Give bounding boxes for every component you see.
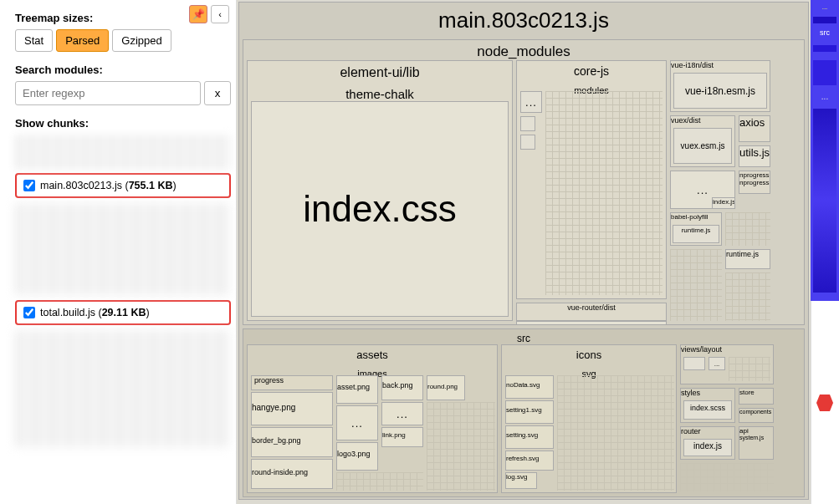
- nprogress-title: nprogress: [739, 171, 770, 179]
- search-input[interactable]: [15, 81, 201, 105]
- gzipped-button[interactable]: Gzipped: [112, 29, 171, 52]
- chunk-name-total: total.build.js (29.11 KB): [40, 307, 150, 318]
- asset-png-block[interactable]: asset.png: [336, 375, 378, 404]
- index-css-block[interactable]: index.css: [251, 101, 509, 317]
- dots-block2[interactable]: ...: [381, 402, 423, 425]
- progress-block[interactable]: progress: [251, 375, 333, 390]
- round-inside-png-block[interactable]: round-inside.png: [251, 459, 333, 489]
- setting1-svg-block[interactable]: setting1.svg: [505, 400, 554, 424]
- link-png-block[interactable]: link.png: [381, 427, 423, 447]
- axios-title: axios: [739, 116, 770, 129]
- chunk-item-main[interactable]: main.803c0213.js (755.1 KB): [15, 173, 231, 198]
- vue-router-esm-label: vue-router.esm.js: [550, 325, 633, 326]
- views-layout-block[interactable]: views/layout ...: [680, 344, 774, 384]
- tiny[interactable]: [683, 357, 705, 370]
- root-title: main.803c0213.js: [239, 3, 808, 38]
- back-png-block[interactable]: back.png: [381, 375, 423, 400]
- svg-grid: [557, 375, 674, 491]
- status-icon: [816, 395, 833, 411]
- border-bg-png-block[interactable]: border_bg.png: [251, 427, 333, 457]
- dots-block[interactable]: ...: [336, 405, 378, 440]
- src-grid: [680, 463, 774, 491]
- refresh-svg-block[interactable]: refresh.svg: [505, 451, 554, 471]
- vue-i18n-esm-block[interactable]: vue-i18n.esm.js: [673, 73, 767, 109]
- size-button-group: Stat Parsed Gzipped: [15, 29, 231, 52]
- vue-i18n-dist-title: vue-i18n/dist: [671, 61, 770, 69]
- minimap-dots2: ...: [811, 92, 839, 101]
- vuex-esm-label: vuex.esm.js: [681, 141, 725, 150]
- treemap-root[interactable]: main.803c0213.js node_modules element-ui…: [238, 2, 809, 500]
- components-block[interactable]: components: [739, 408, 774, 423]
- api-block[interactable]: api system.js: [739, 426, 774, 460]
- icons-title: icons: [502, 345, 676, 365]
- chunk-name-main: main.803c0213.js (755.1 KB): [40, 180, 176, 191]
- clear-search-button[interactable]: x: [204, 81, 231, 105]
- minimap-src-label: src: [811, 28, 839, 37]
- vue-router-esm-block[interactable]: vue-router.esm.js: [516, 321, 667, 325]
- redacted-area: [15, 135, 231, 170]
- runtime-js-block[interactable]: runtime.js: [673, 225, 719, 243]
- tiny-grid: [725, 272, 770, 321]
- babel-polyfill-block[interactable]: babel-polyfill runtime.js: [670, 212, 722, 246]
- treemap[interactable]: main.803c0213.js node_modules element-ui…: [237, 0, 811, 504]
- chunk-item-total[interactable]: total.build.js (29.11 KB): [15, 300, 231, 325]
- runtime-js-block2[interactable]: runtime.js: [725, 249, 770, 269]
- tiny-grid: [729, 357, 770, 381]
- core-js-block[interactable]: core-js modules ...: [516, 60, 667, 299]
- index-css-label: index.css: [303, 188, 456, 230]
- core-js-title: core-js: [517, 61, 666, 82]
- chunk-checkbox-main[interactable]: [23, 180, 35, 191]
- node-modules-block[interactable]: node_modules element-ui/lib theme-chalk …: [243, 39, 805, 325]
- runtime-js-title: runtime.js: [673, 226, 719, 235]
- icons-block[interactable]: icons svg noData.svg setting1.svg settin…: [501, 344, 677, 493]
- tiny-grid: [670, 249, 722, 321]
- minimap-top[interactable]: ... src ...: [811, 0, 839, 301]
- tiny-module[interactable]: [520, 135, 535, 150]
- asset-grid2: [336, 472, 423, 491]
- log-svg-block[interactable]: log.svg: [505, 472, 537, 489]
- router-block[interactable]: router index.js: [680, 426, 735, 460]
- pin-icon: 📌: [192, 8, 205, 20]
- utils-js-block[interactable]: utils.js: [739, 145, 770, 167]
- round-png-block[interactable]: round.png: [427, 375, 465, 400]
- vue-i18n-esm-label: vue-i18n.esm.js: [685, 85, 755, 97]
- pin-button[interactable]: 📌: [189, 5, 207, 23]
- setting-svg-block[interactable]: setting.svg: [505, 425, 554, 449]
- vuex-esm-block[interactable]: vuex.esm.js: [673, 128, 732, 164]
- nprogress-block[interactable]: nprogress nprogress.js: [739, 171, 770, 194]
- axios-block[interactable]: axios: [739, 115, 770, 142]
- utils-js-title: utils.js: [739, 146, 770, 159]
- chunk-checkbox-total[interactable]: [23, 307, 35, 318]
- nodata-svg-block[interactable]: noData.svg: [505, 375, 554, 399]
- logo3-png-block[interactable]: logo3.png: [336, 442, 378, 471]
- nprogress-js-title: nprogress.js: [739, 179, 770, 186]
- vue-i18n-block[interactable]: vue-i18n/dist vue-i18n.esm.js: [670, 60, 770, 112]
- parsed-button[interactable]: Parsed: [56, 29, 109, 52]
- router-index-js-block[interactable]: index.js: [683, 439, 732, 456]
- assets-block[interactable]: assets images progress hangye.png border…: [247, 344, 498, 493]
- index-js-small[interactable]: index.js: [712, 197, 735, 209]
- stat-button[interactable]: Stat: [15, 29, 53, 52]
- src-block[interactable]: src assets images progress hangye.png bo…: [243, 328, 805, 497]
- index-scss-block[interactable]: index.scss: [683, 400, 732, 420]
- vuex-block[interactable]: vuex/dist vuex.esm.js: [670, 115, 735, 167]
- tiny[interactable]: ...: [709, 357, 725, 370]
- show-chunks-label: Show chunks:: [15, 117, 231, 130]
- styles-block[interactable]: styles index.scss: [680, 388, 735, 423]
- tiny-grid: [725, 212, 770, 246]
- sidebar: 📌 ‹ Treemap sizes: Stat Parsed Gzipped S…: [0, 0, 237, 504]
- hangye-png-block[interactable]: hangye.png: [251, 392, 333, 425]
- search-modules-label: Search modules:: [15, 64, 231, 76]
- tiny-module[interactable]: [520, 116, 535, 131]
- element-ui-title: element-ui/lib: [248, 61, 512, 84]
- redacted-area: [15, 203, 231, 295]
- tiny-module[interactable]: ...: [520, 91, 542, 113]
- element-ui-block[interactable]: element-ui/lib theme-chalk index.css: [247, 60, 513, 321]
- redacted-area: [15, 330, 231, 447]
- store-block[interactable]: store: [739, 388, 774, 405]
- minimap-bottom[interactable]: [811, 301, 839, 504]
- assets-title: assets: [248, 345, 497, 365]
- vue-router-esm-wrap: vue-router.esm.js: [516, 303, 667, 325]
- module-grid: [545, 91, 663, 295]
- collapse-button[interactable]: ‹: [211, 5, 229, 23]
